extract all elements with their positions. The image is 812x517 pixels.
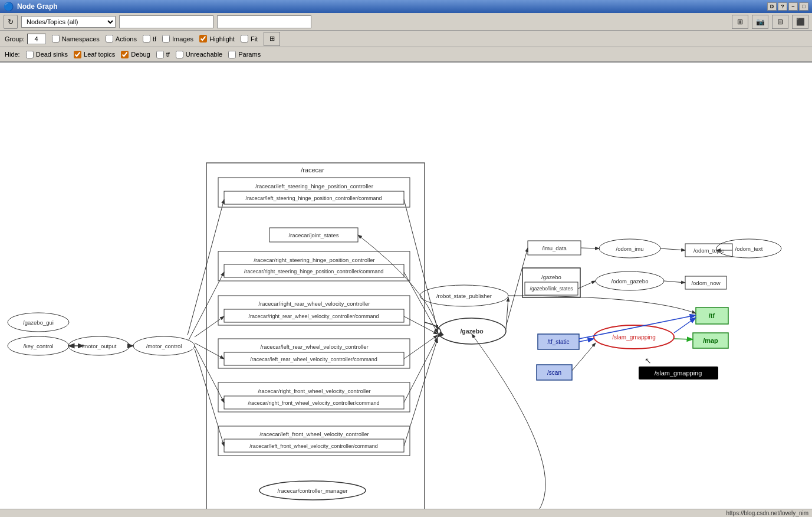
svg-text:/motor_output: /motor_output bbox=[82, 343, 117, 349]
svg-text:/map: /map bbox=[703, 337, 718, 344]
unreachable-checkbox[interactable] bbox=[176, 51, 183, 58]
group-control: Group: 4 bbox=[5, 34, 46, 44]
win-help-btn[interactable]: ? bbox=[778, 2, 787, 11]
graph-canvas[interactable]: /racecar /racecar/left_steering_hinge_po… bbox=[0, 63, 812, 517]
search-input-2[interactable] bbox=[217, 15, 311, 28]
window-controls: D ? − □ bbox=[767, 2, 808, 11]
svg-text:/imu_data: /imu_data bbox=[542, 245, 567, 251]
unreachable-toggle[interactable]: Unreachable bbox=[176, 51, 222, 58]
svg-text:/racecar/right_steering_hinge_: /racecar/right_steering_hinge_position_c… bbox=[254, 257, 374, 263]
svg-text:/slam_gmapping: /slam_gmapping bbox=[612, 334, 655, 341]
svg-text:/racecar/right_front_wheel_vel: /racecar/right_front_wheel_velocity_cont… bbox=[248, 400, 379, 406]
svg-text:/gazebo/link_states: /gazebo/link_states bbox=[530, 286, 573, 292]
group-label: Group: bbox=[5, 35, 25, 42]
highlight-toggle[interactable]: Highlight bbox=[199, 35, 235, 42]
svg-rect-0 bbox=[0, 63, 812, 517]
actions-checkbox[interactable] bbox=[106, 35, 113, 42]
svg-text:/racecar/right_rear_wheel_velo: /racecar/right_rear_wheel_velocity_contr… bbox=[258, 300, 370, 307]
win-close-btn[interactable]: □ bbox=[799, 2, 808, 11]
svg-text:/racecar: /racecar bbox=[301, 166, 324, 174]
svg-text:/racecar/left_rear_wheel_veloc: /racecar/left_rear_wheel_velocity_contro… bbox=[260, 343, 368, 350]
leaf-topics-label: Leaf topics bbox=[84, 51, 115, 58]
highlight-checkbox[interactable] bbox=[199, 35, 207, 42]
fit-label: Fit bbox=[251, 35, 258, 42]
svg-text:/racecar/left_rear_wheel_veloc: /racecar/left_rear_wheel_velocity_contro… bbox=[250, 356, 377, 362]
svg-text:/racecar/controller_manager: /racecar/controller_manager bbox=[278, 487, 348, 494]
svg-line-93 bbox=[674, 339, 693, 339]
svg-text:/racecar/right_rear_wheel_velo: /racecar/right_rear_wheel_velocity_contr… bbox=[248, 313, 379, 319]
stop-icon-btn[interactable]: ⬛ bbox=[792, 15, 808, 29]
svg-text:/racecar/right_front_wheel_vel: /racecar/right_front_wheel_velocity_cont… bbox=[258, 388, 370, 394]
svg-text:↖: ↖ bbox=[645, 356, 652, 365]
actions-label: Actions bbox=[116, 35, 137, 42]
search-input-1[interactable] bbox=[119, 15, 213, 28]
statusbar: https://blog.csdn.net/lovely_nim bbox=[0, 509, 812, 517]
svg-text:/odom_gazebo: /odom_gazebo bbox=[612, 278, 649, 284]
svg-text:/key_control: /key_control bbox=[23, 343, 53, 349]
svg-text:/racecar/left_front_wheel_velo: /racecar/left_front_wheel_velocity_contr… bbox=[249, 443, 378, 449]
svg-text:/gazebo: /gazebo bbox=[460, 328, 483, 335]
svg-text:/robot_state_publisher: /robot_state_publisher bbox=[436, 293, 492, 299]
namespaces-checkbox[interactable] bbox=[52, 35, 60, 42]
status-url: https://blog.csdn.net/lovely_nim bbox=[726, 510, 808, 516]
tf-toggle[interactable]: tf bbox=[143, 35, 156, 42]
window-title: Node Graph bbox=[17, 2, 767, 11]
svg-text:/tf: /tf bbox=[709, 312, 715, 319]
svg-text:/racecar/left_steering_hinge_p: /racecar/left_steering_hinge_position_co… bbox=[245, 195, 382, 201]
node-graph-svg: /racecar /racecar/left_steering_hinge_po… bbox=[0, 63, 812, 517]
svg-text:/gazebo: /gazebo bbox=[541, 274, 561, 280]
svg-text:/odom_imu: /odom_imu bbox=[616, 246, 644, 252]
highlight-label: Highlight bbox=[209, 35, 235, 42]
toolbar-row2: Group: 4 Namespaces Actions tf Images Hi… bbox=[0, 31, 812, 47]
tf-label: tf bbox=[153, 35, 156, 42]
screenshot-icon-btn[interactable]: 📷 bbox=[752, 15, 768, 29]
tf-hide-toggle[interactable]: tf bbox=[156, 51, 170, 58]
images-label: Images bbox=[172, 35, 193, 42]
view-mode-select[interactable]: Nodes/Topics (all) Nodes only Topics onl… bbox=[21, 16, 116, 28]
svg-text:/slam_gmapping: /slam_gmapping bbox=[655, 369, 702, 377]
svg-text:/odom_text: /odom_text bbox=[735, 246, 763, 252]
actions-toggle[interactable]: Actions bbox=[106, 35, 137, 42]
svg-text:/gazebo_gui: /gazebo_gui bbox=[23, 319, 54, 326]
debug-toggle[interactable]: Debug bbox=[121, 51, 150, 58]
leaf-topics-toggle[interactable]: Leaf topics bbox=[74, 51, 115, 58]
svg-text:/scan: /scan bbox=[547, 369, 561, 376]
svg-text:/motor_control: /motor_control bbox=[146, 343, 182, 349]
fit-toggle[interactable]: Fit bbox=[241, 35, 258, 42]
images-toggle[interactable]: Images bbox=[162, 35, 193, 42]
svg-text:/racecar/right_steering_hinge_: /racecar/right_steering_hinge_position_c… bbox=[244, 269, 384, 274]
tf-hide-checkbox[interactable] bbox=[156, 51, 164, 58]
svg-text:/racecar/left_front_wheel_velo: /racecar/left_front_wheel_velocity_contr… bbox=[259, 431, 369, 437]
params-label: Params bbox=[238, 51, 261, 58]
svg-text:/odom_now: /odom_now bbox=[691, 280, 720, 286]
debug-label: Debug bbox=[131, 51, 150, 58]
dead-sinks-checkbox[interactable] bbox=[26, 51, 34, 58]
svg-text:/racecar/left_steering_hinge_p: /racecar/left_steering_hinge_position_co… bbox=[255, 183, 373, 189]
svg-text:/tf_static: /tf_static bbox=[547, 339, 569, 345]
debug-checkbox[interactable] bbox=[121, 51, 129, 58]
titlebar: 🔵 Node Graph D ? − □ bbox=[0, 0, 812, 13]
fit-icon-btn[interactable]: ⊞ bbox=[264, 32, 280, 46]
settings-icon-btn[interactable]: ⊟ bbox=[772, 15, 788, 29]
tf-checkbox[interactable] bbox=[143, 35, 150, 42]
save-icon-btn[interactable]: ⊞ bbox=[732, 15, 748, 29]
toolbar-row3: Hide: Dead sinks Leaf topics Debug tf Un… bbox=[0, 47, 812, 63]
params-checkbox[interactable] bbox=[228, 51, 236, 58]
fit-checkbox[interactable] bbox=[241, 35, 248, 42]
unreachable-label: Unreachable bbox=[186, 51, 222, 58]
app-icon: 🔵 bbox=[4, 2, 14, 11]
tf-hide-label: tf bbox=[166, 51, 170, 58]
params-toggle[interactable]: Params bbox=[228, 51, 261, 58]
dead-sinks-label: Dead sinks bbox=[36, 51, 68, 58]
images-checkbox[interactable] bbox=[162, 35, 170, 42]
group-spinbox[interactable]: 4 bbox=[27, 34, 46, 44]
win-d-btn[interactable]: D bbox=[767, 2, 777, 11]
hide-label: Hide: bbox=[5, 51, 20, 58]
namespaces-toggle[interactable]: Namespaces bbox=[52, 35, 100, 42]
leaf-topics-checkbox[interactable] bbox=[74, 51, 81, 58]
win-min-btn[interactable]: − bbox=[788, 2, 798, 11]
refresh-button[interactable]: ↻ bbox=[4, 15, 18, 29]
namespaces-label: Namespaces bbox=[62, 35, 100, 42]
svg-text:/racecar/joint_states: /racecar/joint_states bbox=[288, 232, 338, 238]
dead-sinks-toggle[interactable]: Dead sinks bbox=[26, 51, 68, 58]
